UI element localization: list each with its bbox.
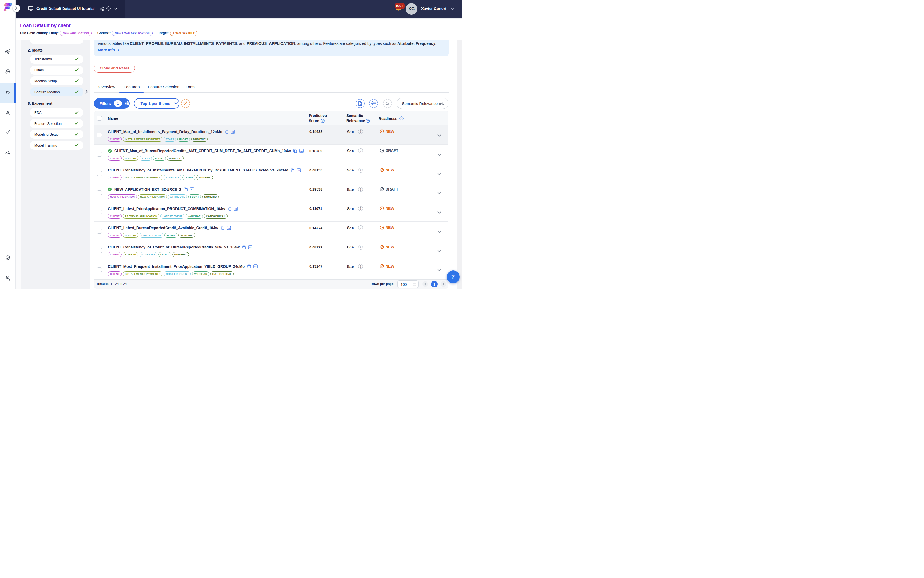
svg-text:?: ? xyxy=(322,119,323,122)
svg-text:ID: ID xyxy=(300,150,303,152)
svg-text:ID: ID xyxy=(191,188,193,191)
svg-text:?: ? xyxy=(367,119,369,122)
svg-text:ID: ID xyxy=(228,227,230,229)
svg-text:ID: ID xyxy=(232,131,234,133)
svg-text:?: ? xyxy=(400,117,402,120)
svg-text:ID: ID xyxy=(255,265,256,268)
svg-text:CSV: CSV xyxy=(359,103,362,105)
svg-text:ID: ID xyxy=(235,208,237,210)
svg-text:ID: ID xyxy=(298,169,300,172)
svg-text:ID: ID xyxy=(249,246,251,248)
